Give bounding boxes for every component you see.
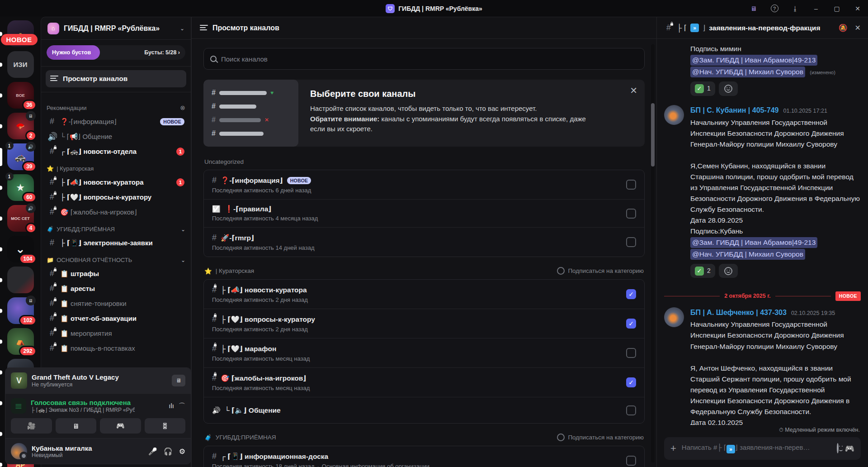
avatar[interactable] (11, 443, 27, 459)
channel-checkbox[interactable] (626, 209, 636, 219)
emoji-picker-icon[interactable] (837, 444, 839, 453)
avatar[interactable] (664, 105, 684, 125)
row-informaciya[interactable]: #❓-⌈информация⌋НОВОЕ Последняя активност… (204, 170, 644, 200)
server-icon-2[interactable]: ВОЕ 36 (7, 82, 34, 109)
server-icon-3[interactable]: 🪭 🖥 2 (7, 113, 34, 139)
server-icon-9[interactable]: 🖥 102 (7, 297, 34, 324)
close-icon[interactable]: ✕ (855, 24, 861, 32)
mention-pill[interactable]: @Нач. УГИБДД | Михаил Суворов (690, 67, 805, 77)
server-icon-0[interactable]: ⩕ НОВОЕ (7, 20, 34, 47)
channel-checkbox[interactable] (626, 456, 636, 466)
sidebar-channel-novosti-kuratora[interactable]: #🔒 ├ ⌈📣⌋ новости-куратора 1 (45, 175, 187, 190)
channel-checkbox[interactable] (626, 319, 636, 329)
channel-checkbox[interactable] (626, 180, 636, 190)
row-informacionnaya-doska[interactable]: #┌ ⌈📱⌋ информационная-доска Последняя ак… (204, 446, 644, 467)
download-update-icon[interactable]: ⭳ (785, 0, 806, 17)
category-ugibdd-priyomnaya[interactable]: 🧳 УГИБДД:ПРИЁМНАЯ ⌄ (47, 226, 185, 233)
close-icon[interactable]: ✕ (630, 85, 637, 96)
sidebar-channel-pomoshch-v-postavkah[interactable]: #🔒 📋 помощь-в-поставках (45, 341, 187, 356)
soundboard-button[interactable]: 🎛 (145, 418, 186, 434)
add-reaction-button[interactable] (719, 81, 738, 96)
mention-pill[interactable]: @Нач. УГИБДД | Михаил Суворов (690, 249, 805, 260)
camera-button[interactable]: 🎥 (11, 418, 52, 434)
headphones-icon[interactable]: 🎧 (164, 447, 173, 456)
dismiss-recommendations-icon[interactable]: ⊗ (180, 104, 185, 111)
share-activity-icon[interactable]: 🖥 (172, 375, 185, 386)
avatar[interactable] (664, 307, 684, 327)
category-kuratorskaya[interactable]: ⭐ | Кураторская (47, 165, 185, 172)
activities-button[interactable]: 🎮 (100, 418, 141, 434)
stream-indicator-icon: 🖥 (26, 295, 36, 305)
hash-lock-icon: #🔒 (664, 23, 673, 33)
voice-channel-name[interactable]: ├ ⌈🚓⌋ Экипаж No3 / ГИБДД | RMRP «Рублё… (31, 407, 135, 413)
sidebar-voice-obshchenie[interactable]: 🔊 └ ⌈📢⌋ Общение (45, 129, 187, 144)
message-composer[interactable]: + Написать #├ ⌈»⌋ заявления-на-перев… 🎮 (664, 437, 861, 460)
search-input[interactable] (221, 55, 638, 63)
server-icon-4[interactable]: 🚓 1 🔊 39 (7, 143, 34, 170)
sidebar-channel-elektronnye-zayavki[interactable]: # ├ ⌈📱⌋ электронные-заявки (45, 235, 187, 250)
message-shefchenko[interactable]: БП | А. Шефченко | 437-303 02.10.2025 19… (664, 307, 861, 425)
help-icon[interactable]: ? (764, 0, 785, 17)
gif-gamepad-icon[interactable]: 🎮 (845, 444, 854, 453)
category-osnovnaya-otchyotnost[interactable]: 📁 ОСНОВНАЯ ОТЧЁТНОСТЬ ⌄ (47, 257, 185, 263)
subscribe-category[interactable]: Подписаться на категорию (557, 267, 644, 275)
server-icon-7[interactable]: ⌄ 104 (7, 236, 34, 262)
server-icon-5[interactable]: ★ 1 60 (7, 174, 34, 201)
attach-plus-icon[interactable]: + (670, 443, 676, 454)
main-scrollbar[interactable] (651, 44, 655, 462)
reaction-check[interactable]: ✓1 (690, 81, 715, 96)
sidebar-channel-novosti-otdela[interactable]: #🔒 ┌ ⌈🚓⌋ новости-отдела 1 (45, 144, 187, 159)
mention-pill[interactable]: @Зам. ГИБДД | Иван Абрамов|49-213 (690, 237, 817, 248)
channel-checkbox[interactable] (626, 289, 636, 299)
disconnect-call-icon[interactable]: ⌒ (179, 402, 185, 410)
maximize-button[interactable]: ▢ (826, 0, 847, 17)
row-zhaloby-na-igrokov[interactable]: #🔒🎯 ⌈жалобы-на-игроков⌋ Последняя активн… (204, 368, 644, 397)
row-novosti-kuratora[interactable]: #🔒├ ⌈📣⌋ новости-куратора Последняя актив… (204, 280, 644, 309)
close-button[interactable]: ✕ (847, 0, 868, 17)
subscribe-category[interactable]: Подписаться на категорию (557, 434, 644, 441)
server-icon-1[interactable]: ИЗИ (7, 51, 34, 78)
streamer-mode-icon[interactable]: 🖥 (743, 0, 764, 17)
sidebar-channel-snyatie-tonirovki[interactable]: #🔒 📋 снятие-тонировки (45, 296, 187, 311)
boost-bar[interactable]: Нужно бустов Бусты: 5/28 › (47, 45, 185, 60)
sidebar-channel-meropriyatiya[interactable]: #🔒 📋 мероприятия (45, 326, 187, 341)
sidebar-channel-zhaloby-na-igrokov[interactable]: #🔒 🎯 ⌈жалобы-на-игроков⌋ (45, 205, 187, 219)
settings-gear-icon[interactable]: ⚙ (179, 447, 185, 456)
message-kubanin[interactable]: БП | С. Кубанин | 405-749 01.10.2025 17:… (664, 105, 861, 285)
channel-checkbox[interactable] (626, 348, 636, 358)
sidebar-channel-voprosy-k-kuratoru[interactable]: #🔒 ├ ⌈🤍⌋ вопросы-к-куратору (45, 190, 187, 205)
sidebar-channel-informaciya[interactable]: # ❓-⌈информация⌋ НОВОЕ (45, 114, 187, 129)
screenshare-button[interactable]: 🖥 (56, 418, 97, 434)
server-icon-10[interactable]: ⛺ 292 (7, 328, 34, 355)
server-icon-8[interactable] (7, 267, 34, 293)
thread-title: заявления-на-перевод-фракция (709, 24, 835, 32)
channel-checkbox[interactable] (626, 377, 636, 387)
sidebar-channel-aresty[interactable]: #🔒 📋 аресты (45, 281, 187, 296)
row-pravila[interactable]: ☑️❗-⌈правила⌋ Последняя активность 4 мес… (204, 200, 644, 228)
author-name[interactable]: БП | С. Кубанин | 405-749 (690, 105, 779, 116)
sidebar-channel-shtrafy[interactable]: #🔒 📋 штрафы (45, 266, 187, 281)
mention-pill[interactable]: @Зам. ГИБДД | Иван Абрамов|49-213 (690, 55, 817, 66)
message-list[interactable]: Подпись мимин @Зам. ГИБДД | Иван Абрамов… (657, 39, 868, 425)
minimize-button[interactable]: – (806, 0, 826, 17)
channel-checkbox[interactable] (626, 405, 636, 415)
message-continuation[interactable]: Подпись мимин @Зам. ГИБДД | Иван Абрамов… (664, 43, 861, 102)
unread-count: 104 (19, 253, 36, 264)
browse-channels-item[interactable]: Просмотр каналов (46, 70, 186, 87)
row-obshchenie-voice[interactable]: 🔊└ ⌈🔈⌋ Общение (204, 397, 644, 423)
author-name[interactable]: БП | А. Шефченко | 437-303 (690, 307, 787, 319)
row-rmrp[interactable]: #🚀-⌈rmrp⌋ Последняя активность 14 дней н… (204, 228, 644, 257)
server-header[interactable]: ⌂ ГИБДД | RMRP «Рублёвка» ⌄ (41, 17, 191, 40)
row-voprosy-k-kuratoru[interactable]: #🔒├ ⌈🤍⌋ вопросы-к-куратору Последняя акт… (204, 309, 644, 338)
channel-search[interactable] (203, 48, 645, 70)
server-icon-6[interactable]: МОС СЕТ 🔊 4 (7, 205, 34, 232)
browser-content[interactable]: #♥ # #✕ # Выберите свои каналы Настройте… (192, 39, 656, 467)
channel-checkbox[interactable] (626, 237, 636, 247)
reaction-check[interactable]: ✓2 (690, 264, 715, 278)
row-marafon[interactable]: #🔒├ ⌈🤍⌋ марафон Последняя активность мес… (204, 338, 644, 368)
microphone-icon[interactable]: 🎤 (148, 447, 157, 456)
mute-bell-icon[interactable]: 🔕 (839, 24, 848, 32)
sidebar-channel-otchet-ob-evakuacii[interactable]: #🔒 📋 отчет-об-эвакуации (45, 311, 187, 326)
activity-row: V Grand Theft Auto V Legacy Не публикует… (5, 368, 191, 393)
add-reaction-button[interactable] (719, 264, 738, 278)
